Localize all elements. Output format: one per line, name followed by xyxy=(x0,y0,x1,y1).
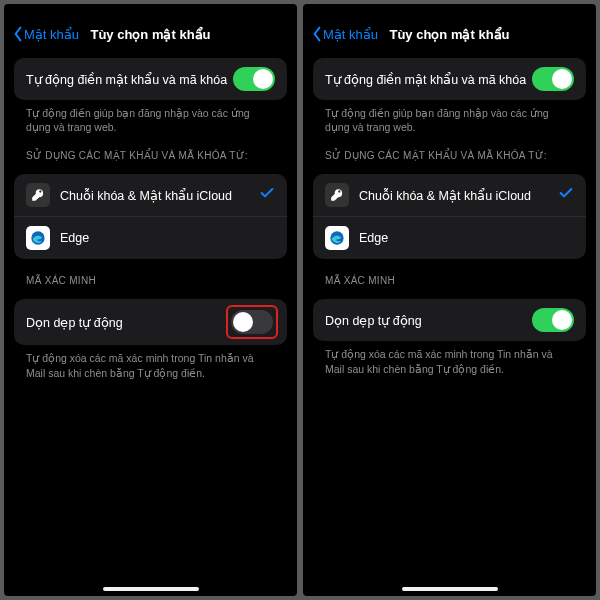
cleanup-row[interactable]: Dọn dẹp tự động xyxy=(313,299,586,341)
source-icloud-row[interactable]: Chuỗi khóa & Mật khẩu iCloud xyxy=(313,174,586,216)
cleanup-label: Dọn dẹp tự động xyxy=(26,315,229,330)
source-icloud-label: Chuỗi khóa & Mật khẩu iCloud xyxy=(60,188,259,203)
autofill-footer: Tự động điền giúp bạn đăng nhập vào các … xyxy=(14,100,287,134)
edge-icon xyxy=(26,226,50,250)
checkmark-icon xyxy=(259,185,275,205)
sources-group: Chuỗi khóa & Mật khẩu iCloud Edge xyxy=(313,174,586,259)
source-icloud-row[interactable]: Chuỗi khóa & Mật khẩu iCloud xyxy=(14,174,287,216)
autofill-group: Tự động điền mật khẩu và mã khóa xyxy=(14,58,287,100)
edge-icon xyxy=(325,226,349,250)
phone-right: Mật khẩu Tùy chọn mật khẩu Tự động điền … xyxy=(303,4,596,596)
home-indicator[interactable] xyxy=(103,587,199,591)
back-label: Mật khẩu xyxy=(323,27,378,42)
status-bar xyxy=(4,4,297,22)
checkmark-icon xyxy=(558,185,574,205)
autofill-toggle[interactable] xyxy=(233,67,275,91)
key-icon xyxy=(26,183,50,207)
cleanup-row[interactable]: Dọn dẹp tự động xyxy=(14,299,287,345)
cleanup-toggle[interactable] xyxy=(231,310,273,334)
verify-footer: Tự động xóa các mã xác minh trong Tin nh… xyxy=(313,341,586,375)
autofill-toggle[interactable] xyxy=(532,67,574,91)
sources-group: Chuỗi khóa & Mật khẩu iCloud Edge xyxy=(14,174,287,259)
source-edge-row[interactable]: Edge xyxy=(313,216,586,259)
autofill-row[interactable]: Tự động điền mật khẩu và mã khóa xyxy=(14,58,287,100)
cleanup-toggle[interactable] xyxy=(532,308,574,332)
source-icloud-label: Chuỗi khóa & Mật khẩu iCloud xyxy=(359,188,558,203)
home-indicator[interactable] xyxy=(402,587,498,591)
key-icon xyxy=(325,183,349,207)
status-bar xyxy=(303,4,596,22)
verify-header: MÃ XÁC MINH xyxy=(14,259,287,291)
sources-header: SỬ DỤNG CÁC MẬT KHẨU VÀ MÃ KHÓA TỪ: xyxy=(313,134,586,166)
autofill-label: Tự động điền mật khẩu và mã khóa xyxy=(325,72,532,87)
cleanup-label: Dọn dẹp tự động xyxy=(325,313,532,328)
source-edge-label: Edge xyxy=(60,231,275,245)
autofill-label: Tự động điền mật khẩu và mã khóa xyxy=(26,72,233,87)
source-edge-row[interactable]: Edge xyxy=(14,216,287,259)
verify-group: Dọn dẹp tự động xyxy=(313,299,586,341)
chevron-left-icon xyxy=(12,26,24,42)
nav-bar: Mật khẩu Tùy chọn mật khẩu xyxy=(4,22,297,50)
back-button[interactable]: Mật khẩu xyxy=(311,26,378,42)
nav-bar: Mật khẩu Tùy chọn mật khẩu xyxy=(303,22,596,50)
chevron-left-icon xyxy=(311,26,323,42)
back-button[interactable]: Mật khẩu xyxy=(12,26,79,42)
highlight-box xyxy=(229,308,275,336)
back-label: Mật khẩu xyxy=(24,27,79,42)
source-edge-label: Edge xyxy=(359,231,574,245)
autofill-group: Tự động điền mật khẩu và mã khóa xyxy=(313,58,586,100)
verify-footer: Tự động xóa các mã xác minh trong Tin nh… xyxy=(14,345,287,379)
autofill-footer: Tự động điền giúp bạn đăng nhập vào các … xyxy=(313,100,586,134)
sources-header: SỬ DỤNG CÁC MẬT KHẨU VÀ MÃ KHÓA TỪ: xyxy=(14,134,287,166)
verify-header: MÃ XÁC MINH xyxy=(313,259,586,291)
verify-group: Dọn dẹp tự động xyxy=(14,299,287,345)
phone-left: Mật khẩu Tùy chọn mật khẩu Tự động điền … xyxy=(4,4,297,596)
autofill-row[interactable]: Tự động điền mật khẩu và mã khóa xyxy=(313,58,586,100)
